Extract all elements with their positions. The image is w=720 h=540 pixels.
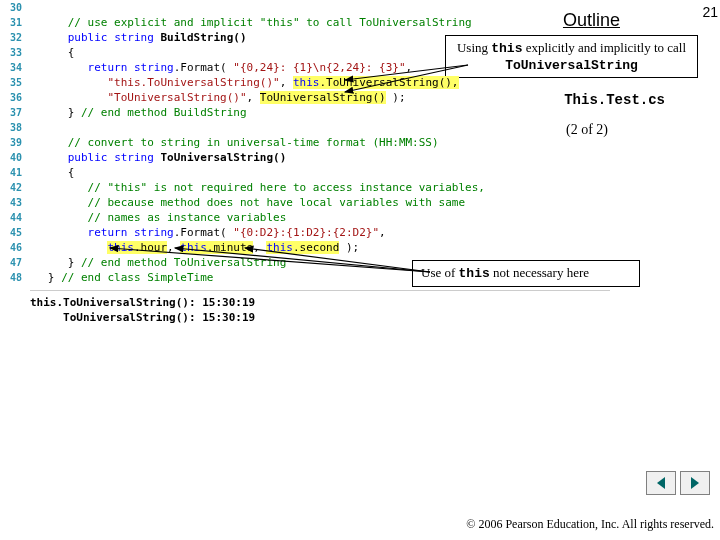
line-number: 44 xyxy=(0,210,28,225)
code-line: 33 { xyxy=(0,45,615,60)
code-line: 30 xyxy=(0,0,615,15)
code-text: } // end class SimpleTime xyxy=(28,270,213,285)
code-text: { xyxy=(28,165,74,180)
line-number: 46 xyxy=(0,240,28,255)
line-number: 38 xyxy=(0,120,28,135)
line-number: 37 xyxy=(0,105,28,120)
code-line: 44 // names as instance variables xyxy=(0,210,615,225)
program-output: this.ToUniversalString(): 15:30:19 ToUni… xyxy=(30,290,610,325)
code-line: 42 // "this" is not required here to acc… xyxy=(0,180,615,195)
line-number: 32 xyxy=(0,30,28,45)
code-line: 32 public string BuildString() xyxy=(0,30,615,45)
line-number: 43 xyxy=(0,195,28,210)
code-text: // use explicit and implicit "this" to c… xyxy=(28,15,472,30)
code-text: // because method does not have local va… xyxy=(28,195,465,210)
code-text: } // end method ToUniversalString xyxy=(28,255,286,270)
code-line: 47 } // end method ToUniversalString xyxy=(0,255,615,270)
code-text: public string ToUniversalString() xyxy=(28,150,286,165)
code-text: "ToUniversalString()", ToUniversalString… xyxy=(28,90,406,105)
code-line: 40 public string ToUniversalString() xyxy=(0,150,615,165)
code-line: 34 return string.Format( "{0,24}: {1}\n{… xyxy=(0,60,615,75)
line-number: 31 xyxy=(0,15,28,30)
code-line: 36 "ToUniversalString()", ToUniversalStr… xyxy=(0,90,615,105)
code-text xyxy=(28,0,68,15)
code-line: 31 // use explicit and implicit "this" t… xyxy=(0,15,615,30)
code-line: 39 // convert to string in universal-tim… xyxy=(0,135,615,150)
line-number: 39 xyxy=(0,135,28,150)
code-line: 38 xyxy=(0,120,615,135)
page-number: 21 xyxy=(702,4,718,20)
code-text: // names as instance variables xyxy=(28,210,286,225)
code-line: 46 this.hour, this.minute, this.second )… xyxy=(0,240,615,255)
line-number: 45 xyxy=(0,225,28,240)
code-text: return string.Format( "{0:D2}:{1:D2}:{2:… xyxy=(28,225,386,240)
code-line: 37 } // end method BuildString xyxy=(0,105,615,120)
triangle-left-icon xyxy=(654,476,668,490)
line-number: 36 xyxy=(0,90,28,105)
code-text: return string.Format( "{0,24}: {1}\n{2,2… xyxy=(28,60,412,75)
code-listing: 30 31 // use explicit and implicit "this… xyxy=(0,0,615,340)
line-number: 48 xyxy=(0,270,28,285)
line-number: 47 xyxy=(0,255,28,270)
code-line: 41 { xyxy=(0,165,615,180)
next-slide-button[interactable] xyxy=(680,471,710,495)
line-number: 30 xyxy=(0,0,28,15)
triangle-right-icon xyxy=(688,476,702,490)
code-text: public string BuildString() xyxy=(28,30,247,45)
code-text: "this.ToUniversalString()", this.ToUnive… xyxy=(28,75,459,90)
code-text: { xyxy=(28,45,74,60)
line-number: 33 xyxy=(0,45,28,60)
code-line: 43 // because method does not have local… xyxy=(0,195,615,210)
prev-slide-button[interactable] xyxy=(646,471,676,495)
code-line: 48 } // end class SimpleTime xyxy=(0,270,615,285)
nav-buttons xyxy=(646,471,710,495)
code-line: 45 return string.Format( "{0:D2}:{1:D2}:… xyxy=(0,225,615,240)
code-text: // convert to string in universal-time f… xyxy=(28,135,439,150)
line-number: 40 xyxy=(0,150,28,165)
code-line: 35 "this.ToUniversalString()", this.ToUn… xyxy=(0,75,615,90)
line-number: 41 xyxy=(0,165,28,180)
line-number: 35 xyxy=(0,75,28,90)
copyright-text: © 2006 Pearson Education, Inc. All right… xyxy=(466,518,714,532)
code-text: this.hour, this.minute, this.second ); xyxy=(28,240,359,255)
code-text: // "this" is not required here to access… xyxy=(28,180,485,195)
line-number: 42 xyxy=(0,180,28,195)
code-text: } // end method BuildString xyxy=(28,105,247,120)
line-number: 34 xyxy=(0,60,28,75)
